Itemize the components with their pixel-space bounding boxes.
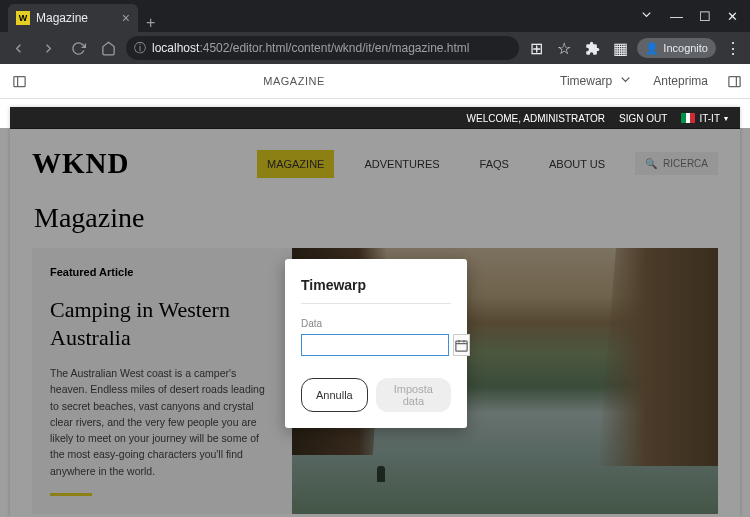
mode-selector[interactable]: Timewarp	[550, 72, 643, 90]
close-tab-icon[interactable]: ×	[122, 10, 130, 26]
submit-button: Imposta data	[376, 378, 451, 412]
editor-toolbar: MAGAZINE Timewarp Anteprima	[0, 64, 750, 99]
url-port: :4502	[199, 41, 229, 55]
language-label: IT-IT	[699, 113, 720, 124]
signout-link[interactable]: SIGN OUT	[619, 113, 667, 124]
calendar-icon[interactable]	[453, 334, 470, 356]
minimize-icon[interactable]: —	[670, 9, 683, 24]
incognito-icon: 👤	[645, 42, 659, 55]
welcome-text: WELCOME, ADMINISTRATOR	[467, 113, 606, 124]
address-bar[interactable]: ⓘ localhost:4502/editor.html/content/wkn…	[126, 36, 519, 60]
extensions-icon[interactable]	[581, 37, 603, 59]
preview-button[interactable]: Anteprima	[643, 74, 718, 88]
cancel-button[interactable]: Annulla	[301, 378, 368, 412]
url-path: /editor.html/content/wknd/it/en/magazine…	[229, 41, 469, 55]
menu-icon[interactable]: ⋮	[722, 37, 744, 59]
date-label: Data	[301, 318, 451, 329]
language-selector[interactable]: IT-IT ▾	[681, 113, 728, 124]
modal-title: Timewarp	[301, 277, 451, 293]
flag-icon	[681, 113, 695, 123]
editor-page-title: MAGAZINE	[38, 75, 550, 87]
timewarp-modal: Timewarp Data Annulla Imposta data	[285, 259, 467, 428]
back-button[interactable]	[6, 36, 30, 60]
close-window-icon[interactable]: ✕	[727, 9, 738, 24]
svg-rect-4	[456, 341, 467, 351]
info-icon: ⓘ	[134, 40, 146, 57]
forward-button[interactable]	[36, 36, 60, 60]
translate-icon[interactable]: ⊞	[525, 37, 547, 59]
side-panel-toggle[interactable]	[0, 74, 38, 89]
utility-bar: WELCOME, ADMINISTRATOR SIGN OUT IT-IT ▾	[10, 107, 740, 129]
incognito-badge: 👤 Incognito	[637, 38, 716, 58]
tab-title: Magazine	[36, 11, 116, 25]
url-host: localhost	[152, 41, 199, 55]
mode-label: Timewarp	[560, 74, 612, 88]
bookmark-icon[interactable]: ☆	[553, 37, 575, 59]
incognito-label: Incognito	[663, 42, 708, 54]
properties-toggle[interactable]	[718, 74, 750, 89]
grid-icon[interactable]: ▦	[609, 37, 631, 59]
home-button[interactable]	[96, 36, 120, 60]
browser-tab[interactable]: W Magazine ×	[8, 4, 138, 32]
new-tab-button[interactable]: +	[138, 14, 163, 32]
chevron-down-icon	[618, 72, 633, 90]
date-input[interactable]	[301, 334, 449, 356]
chevron-down-icon: ▾	[724, 114, 728, 123]
favicon: W	[16, 11, 30, 25]
svg-rect-2	[728, 76, 739, 86]
svg-rect-0	[13, 76, 24, 86]
reload-button[interactable]	[66, 36, 90, 60]
chevron-down-icon[interactable]	[639, 7, 654, 25]
maximize-icon[interactable]: ☐	[699, 9, 711, 24]
